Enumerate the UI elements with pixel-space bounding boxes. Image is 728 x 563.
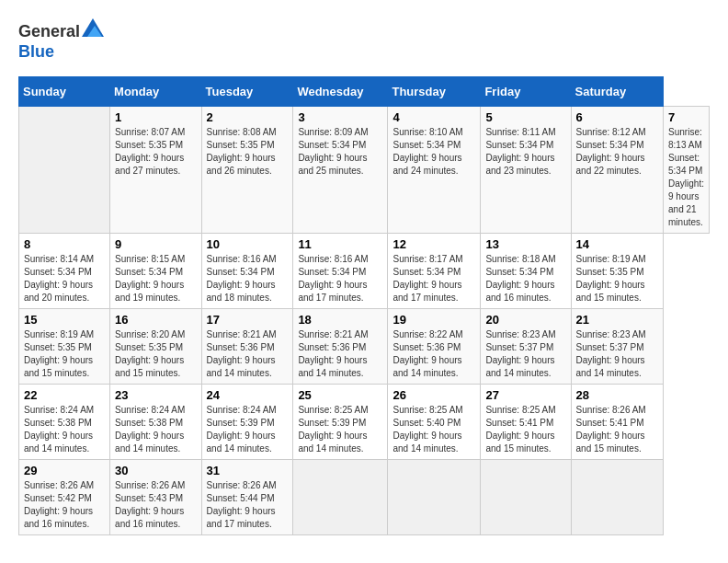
calendar-cell: 15Sunrise: 8:19 AMSunset: 5:35 PMDayligh… bbox=[19, 309, 110, 385]
calendar-cell: 20Sunrise: 8:23 AMSunset: 5:37 PMDayligh… bbox=[481, 309, 571, 385]
day-number: 26 bbox=[392, 388, 475, 402]
calendar-cell: 4Sunrise: 8:10 AMSunset: 5:34 PMDaylight… bbox=[388, 107, 481, 234]
day-number: 6 bbox=[576, 110, 658, 124]
day-number: 31 bbox=[207, 464, 289, 477]
day-info: Sunrise: 8:26 AMSunset: 5:41 PMDaylight:… bbox=[576, 404, 658, 455]
day-number: 12 bbox=[392, 237, 475, 251]
calendar-cell: 31Sunrise: 8:26 AMSunset: 5:44 PMDayligh… bbox=[201, 460, 293, 535]
day-number: 29 bbox=[24, 464, 105, 477]
day-info: Sunrise: 8:21 AMSunset: 5:36 PMDaylight:… bbox=[298, 328, 382, 380]
week-row-1: 8Sunrise: 8:14 AMSunset: 5:34 PMDaylight… bbox=[19, 234, 710, 309]
day-number: 2 bbox=[207, 110, 289, 124]
calendar-cell: 28Sunrise: 8:26 AMSunset: 5:41 PMDayligh… bbox=[571, 385, 663, 460]
calendar-cell: 21Sunrise: 8:23 AMSunset: 5:37 PMDayligh… bbox=[571, 309, 663, 385]
day-number: 16 bbox=[115, 313, 196, 327]
calendar-cell: 16Sunrise: 8:20 AMSunset: 5:35 PMDayligh… bbox=[110, 309, 201, 385]
week-row-3: 22Sunrise: 8:24 AMSunset: 5:38 PMDayligh… bbox=[19, 385, 710, 460]
calendar-cell: 14Sunrise: 8:19 AMSunset: 5:35 PMDayligh… bbox=[571, 234, 663, 309]
calendar-body: 1Sunrise: 8:07 AMSunset: 5:35 PMDaylight… bbox=[19, 107, 710, 535]
logo-blue: Blue bbox=[18, 42, 54, 61]
calendar-cell bbox=[388, 460, 481, 535]
day-number: 18 bbox=[298, 313, 382, 327]
calendar-cell: 9Sunrise: 8:15 AMSunset: 5:34 PMDaylight… bbox=[110, 234, 201, 309]
day-number: 14 bbox=[576, 237, 658, 251]
day-number: 28 bbox=[576, 388, 658, 402]
day-header-wednesday: Wednesday bbox=[293, 77, 388, 107]
calendar-cell: 22Sunrise: 8:24 AMSunset: 5:38 PMDayligh… bbox=[19, 385, 110, 460]
day-info: Sunrise: 8:23 AMSunset: 5:37 PMDaylight:… bbox=[576, 328, 658, 380]
day-info: Sunrise: 8:17 AMSunset: 5:34 PMDaylight:… bbox=[392, 253, 475, 304]
day-number: 20 bbox=[485, 313, 565, 327]
day-info: Sunrise: 8:23 AMSunset: 5:37 PMDaylight:… bbox=[485, 328, 565, 380]
day-header-monday: Monday bbox=[110, 77, 201, 107]
day-info: Sunrise: 8:07 AMSunset: 5:35 PMDaylight:… bbox=[115, 126, 196, 178]
week-row-4: 29Sunrise: 8:26 AMSunset: 5:42 PMDayligh… bbox=[19, 460, 710, 535]
calendar-cell: 18Sunrise: 8:21 AMSunset: 5:36 PMDayligh… bbox=[293, 309, 388, 385]
day-info: Sunrise: 8:18 AMSunset: 5:34 PMDaylight:… bbox=[485, 253, 565, 304]
calendar-cell bbox=[481, 460, 571, 535]
week-row-2: 15Sunrise: 8:19 AMSunset: 5:35 PMDayligh… bbox=[19, 309, 710, 385]
day-number: 15 bbox=[24, 313, 105, 327]
day-info: Sunrise: 8:20 AMSunset: 5:35 PMDaylight:… bbox=[115, 328, 196, 380]
calendar-cell: 17Sunrise: 8:21 AMSunset: 5:36 PMDayligh… bbox=[201, 309, 293, 385]
calendar-cell: 30Sunrise: 8:26 AMSunset: 5:43 PMDayligh… bbox=[110, 460, 201, 535]
day-info: Sunrise: 8:26 AMSunset: 5:43 PMDaylight:… bbox=[115, 479, 196, 531]
calendar-cell: 10Sunrise: 8:16 AMSunset: 5:34 PMDayligh… bbox=[201, 234, 293, 309]
day-number: 17 bbox=[207, 313, 289, 327]
day-info: Sunrise: 8:09 AMSunset: 5:34 PMDaylight:… bbox=[298, 126, 382, 178]
day-number: 13 bbox=[485, 237, 565, 251]
day-number: 11 bbox=[298, 237, 382, 251]
day-info: Sunrise: 8:14 AMSunset: 5:34 PMDaylight:… bbox=[24, 253, 105, 304]
calendar-cell: 25Sunrise: 8:25 AMSunset: 5:39 PMDayligh… bbox=[293, 385, 388, 460]
calendar-cell: 27Sunrise: 8:25 AMSunset: 5:41 PMDayligh… bbox=[481, 385, 571, 460]
calendar-cell: 19Sunrise: 8:22 AMSunset: 5:36 PMDayligh… bbox=[388, 309, 481, 385]
calendar-cell: 12Sunrise: 8:17 AMSunset: 5:34 PMDayligh… bbox=[388, 234, 481, 309]
day-info: Sunrise: 8:16 AMSunset: 5:34 PMDaylight:… bbox=[207, 253, 289, 304]
day-info: Sunrise: 8:19 AMSunset: 5:35 PMDaylight:… bbox=[24, 328, 105, 380]
day-info: Sunrise: 8:08 AMSunset: 5:35 PMDaylight:… bbox=[207, 126, 289, 178]
days-header-row: SundayMondayTuesdayWednesdayThursdayFrid… bbox=[19, 77, 710, 107]
calendar-cell: 5Sunrise: 8:11 AMSunset: 5:34 PMDaylight… bbox=[481, 107, 571, 234]
day-number: 23 bbox=[115, 388, 196, 402]
day-info: Sunrise: 8:24 AMSunset: 5:38 PMDaylight:… bbox=[24, 404, 105, 455]
calendar-cell: 6Sunrise: 8:12 AMSunset: 5:34 PMDaylight… bbox=[571, 107, 663, 234]
calendar-cell: 2Sunrise: 8:08 AMSunset: 5:35 PMDaylight… bbox=[201, 107, 293, 234]
day-info: Sunrise: 8:10 AMSunset: 5:34 PMDaylight:… bbox=[392, 126, 475, 178]
calendar-cell: 11Sunrise: 8:16 AMSunset: 5:34 PMDayligh… bbox=[293, 234, 388, 309]
day-info: Sunrise: 8:26 AMSunset: 5:42 PMDaylight:… bbox=[24, 479, 105, 531]
calendar-cell bbox=[293, 460, 388, 535]
day-header-friday: Friday bbox=[481, 77, 571, 107]
day-info: Sunrise: 8:25 AMSunset: 5:39 PMDaylight:… bbox=[298, 404, 382, 455]
day-number: 9 bbox=[115, 237, 196, 251]
day-info: Sunrise: 8:24 AMSunset: 5:39 PMDaylight:… bbox=[207, 404, 289, 455]
day-header-tuesday: Tuesday bbox=[201, 77, 293, 107]
calendar-cell: 1Sunrise: 8:07 AMSunset: 5:35 PMDaylight… bbox=[110, 107, 201, 234]
day-info: Sunrise: 8:12 AMSunset: 5:34 PMDaylight:… bbox=[576, 126, 658, 178]
calendar-cell bbox=[571, 460, 663, 535]
logo-icon bbox=[82, 18, 104, 37]
day-header-thursday: Thursday bbox=[388, 77, 481, 107]
day-info: Sunrise: 8:16 AMSunset: 5:34 PMDaylight:… bbox=[298, 253, 382, 304]
day-header-sunday: Sunday bbox=[19, 77, 110, 107]
calendar-cell: 3Sunrise: 8:09 AMSunset: 5:34 PMDaylight… bbox=[293, 107, 388, 234]
calendar-cell: 26Sunrise: 8:25 AMSunset: 5:40 PMDayligh… bbox=[388, 385, 481, 460]
day-number: 25 bbox=[298, 388, 382, 402]
logo-general: General bbox=[18, 22, 80, 40]
day-info: Sunrise: 8:11 AMSunset: 5:34 PMDaylight:… bbox=[485, 126, 565, 178]
day-number: 30 bbox=[115, 464, 196, 477]
day-info: Sunrise: 8:25 AMSunset: 5:40 PMDaylight:… bbox=[392, 404, 475, 455]
day-info: Sunrise: 8:15 AMSunset: 5:34 PMDaylight:… bbox=[115, 253, 196, 304]
calendar-cell: 7Sunrise: 8:13 AMSunset: 5:34 PMDaylight… bbox=[664, 107, 710, 234]
day-info: Sunrise: 8:21 AMSunset: 5:36 PMDaylight:… bbox=[207, 328, 289, 380]
day-info: Sunrise: 8:22 AMSunset: 5:36 PMDaylight:… bbox=[392, 328, 475, 380]
day-info: Sunrise: 8:25 AMSunset: 5:41 PMDaylight:… bbox=[485, 404, 565, 455]
day-info: Sunrise: 8:26 AMSunset: 5:44 PMDaylight:… bbox=[207, 479, 289, 531]
logo: General Blue bbox=[18, 18, 104, 62]
day-number: 27 bbox=[485, 388, 565, 402]
calendar-cell: 23Sunrise: 8:24 AMSunset: 5:38 PMDayligh… bbox=[110, 385, 201, 460]
calendar-cell: 13Sunrise: 8:18 AMSunset: 5:34 PMDayligh… bbox=[481, 234, 571, 309]
week-row-0: 1Sunrise: 8:07 AMSunset: 5:35 PMDaylight… bbox=[19, 107, 710, 234]
day-info: Sunrise: 8:13 AMSunset: 5:34 PMDaylight:… bbox=[668, 126, 704, 229]
day-number: 19 bbox=[392, 313, 475, 327]
page-header: General Blue bbox=[18, 18, 710, 62]
